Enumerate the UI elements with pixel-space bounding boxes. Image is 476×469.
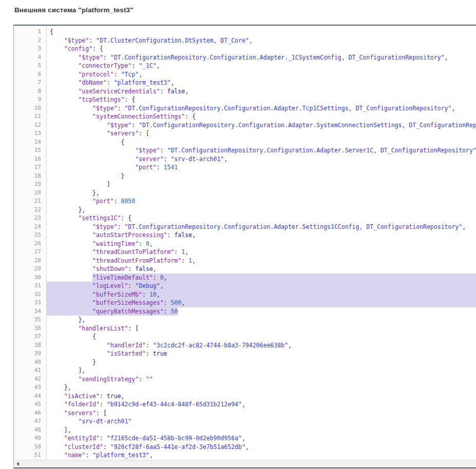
token-punct: : <box>160 88 164 95</box>
token-punct: : <box>118 223 121 230</box>
code-line[interactable]: "server": "srv-dt-arch01", <box>47 155 476 164</box>
code-line[interactable]: "config": { <box>47 45 476 53</box>
line-indent <box>50 62 78 70</box>
code-line[interactable]: }, <box>47 206 476 214</box>
code-line[interactable]: "tcpSettings": { <box>47 95 476 104</box>
code-line[interactable]: "connectorType": "_1C", <box>47 62 476 70</box>
token-punct: , <box>242 401 245 408</box>
code-line[interactable]: "port": 8050 <box>47 197 476 206</box>
code-line[interactable]: "servers": [ <box>47 129 476 138</box>
token-punct <box>103 435 107 442</box>
token-punct: , <box>185 248 188 256</box>
code-line[interactable]: ] <box>47 180 476 189</box>
token-punct <box>92 37 96 44</box>
line-number: 51 <box>14 451 46 460</box>
code-line[interactable]: "servers": [ <box>47 409 476 418</box>
code-line[interactable]: "protocol": "Tcp", <box>47 70 476 79</box>
code-line[interactable]: "threadCountFromPlatform": 1, <box>47 257 476 265</box>
line-tokens: "$type": "DT.ConfigurationRepository.Con… <box>92 104 455 113</box>
token-punct: , <box>157 291 160 298</box>
code-line[interactable]: "liveTimeDefault": 0, <box>47 273 476 282</box>
code-line[interactable]: "useServiceCredentials": false, <box>47 87 476 96</box>
code-line[interactable]: "$type": "DT.ConfigurationRepository.Con… <box>47 223 476 231</box>
line-number: 28 <box>14 257 46 265</box>
line-indent <box>50 53 78 62</box>
token-punct <box>149 342 153 349</box>
line-indent <box>50 79 78 87</box>
token-punct: : <box>139 240 142 247</box>
code-line[interactable]: "logLevel": "Debug", <box>47 282 476 290</box>
code-line[interactable]: "isStarted": true <box>47 349 476 358</box>
code-line[interactable]: "autoStartProcessing": false, <box>47 231 476 240</box>
code-line[interactable]: "systemConnectionSettings": { <box>47 112 476 121</box>
token-punct: { <box>50 28 53 35</box>
token-punct: }, <box>92 189 100 197</box>
token-punct: : <box>142 291 146 298</box>
line-indent <box>50 121 107 130</box>
line-tokens: "$type": "DT.ConfigurationRepository.Con… <box>92 223 466 231</box>
code-line[interactable]: "srv-dt-arch01" <box>47 417 476 426</box>
token-punct: , <box>224 155 227 163</box>
code-line[interactable]: "shutDown": false, <box>47 265 476 273</box>
code-line[interactable]: "queryBatchMessages": 50 <box>47 307 476 316</box>
code-line[interactable]: { <box>47 138 476 147</box>
token-punct <box>107 54 110 61</box>
line-tokens: "protocol": "Tcp", <box>78 70 142 79</box>
code-line[interactable]: }, <box>47 189 476 198</box>
token-key: "shutDown" <box>92 265 128 272</box>
code-line[interactable]: "sendingStrategy": "" <box>47 375 476 384</box>
line-number: 20 <box>14 189 46 198</box>
token-punct: , <box>153 265 157 272</box>
code-line[interactable]: "dbName": "platform_test3", <box>47 79 476 87</box>
code-line[interactable]: "bufferSizeMessages": 500, <box>47 299 476 307</box>
code-line[interactable]: "$type": "DT.ConfigurationRepository.Con… <box>47 121 476 130</box>
code-line[interactable]: "entityId": "f2165cde-da51-458b-bc99-0d2… <box>47 434 476 443</box>
code-line[interactable]: "waitingTime": 0, <box>47 240 476 248</box>
code-line[interactable]: ], <box>47 426 476 435</box>
token-punct: : <box>185 113 188 120</box>
token-punct: : <box>153 274 157 281</box>
code-line[interactable]: { <box>47 333 476 341</box>
token-str: "Debug" <box>135 282 160 289</box>
code-line[interactable]: "name": "platform_test3", <box>47 451 476 460</box>
horizontal-scrollbar[interactable] <box>14 460 476 467</box>
line-indent <box>50 316 78 324</box>
line-indent <box>50 95 78 104</box>
code-line[interactable]: "handlerId": "3c2cdc2f-ac82-4744-b8a3-79… <box>47 341 476 350</box>
line-indent <box>50 324 78 333</box>
code-line[interactable]: "threadCountToPlatform": 1, <box>47 248 476 257</box>
editor-code-area[interactable]: { "$type": "DT.ClusterConfiguration.DtSy… <box>47 26 476 460</box>
code-line[interactable]: { <box>47 28 476 36</box>
code-line[interactable]: "clusterId": "920cf28f-6aa5-441e-af2d-3e… <box>47 443 476 452</box>
token-punct <box>118 198 121 205</box>
line-tokens: } <box>92 358 96 367</box>
token-punct: , <box>462 223 466 230</box>
token-str: "3c2cdc2f-ac82-4744-b8a3-794206ee638b" <box>153 342 288 349</box>
code-line[interactable]: "settings1C": { <box>47 214 476 223</box>
line-number: 46 <box>14 409 46 418</box>
line-tokens: "shutDown": false, <box>92 265 157 273</box>
code-line[interactable]: "$type": "DT.ConfigurationRepository.Con… <box>47 146 476 155</box>
token-punct: , <box>149 240 153 247</box>
line-number: 22 <box>14 206 46 214</box>
code-line[interactable]: "folderId": "b9142c9d-ef43-44c4-848f-65d… <box>47 400 476 409</box>
code-line[interactable]: "isActive": true, <box>47 392 476 401</box>
code-line[interactable]: } <box>47 358 476 367</box>
code-line[interactable]: }, <box>47 316 476 324</box>
token-punct: }, <box>64 384 71 391</box>
code-line[interactable]: }, <box>47 383 476 392</box>
line-number: 43 <box>14 383 46 392</box>
code-line[interactable]: ], <box>47 366 476 375</box>
code-line[interactable]: "$type": "DT.ClusterConfiguration.DtSyst… <box>47 36 476 45</box>
scroll-left-arrow-icon[interactable] <box>16 462 19 466</box>
code-line[interactable]: } <box>47 172 476 181</box>
code-line[interactable]: "$type": "DT.ConfigurationRepository.Con… <box>47 53 476 62</box>
token-key: "handlerId" <box>107 342 146 349</box>
code-line[interactable]: "$type": "DT.ConfigurationRepository.Con… <box>47 104 476 113</box>
line-number: 45 <box>14 400 46 409</box>
line-number: 35 <box>14 316 46 324</box>
code-line[interactable]: "port": 1541 <box>47 163 476 172</box>
line-indent <box>50 112 92 121</box>
code-line[interactable]: "bufferSizeMb": 10, <box>47 290 476 299</box>
code-line[interactable]: "handlersList": [ <box>47 324 476 333</box>
